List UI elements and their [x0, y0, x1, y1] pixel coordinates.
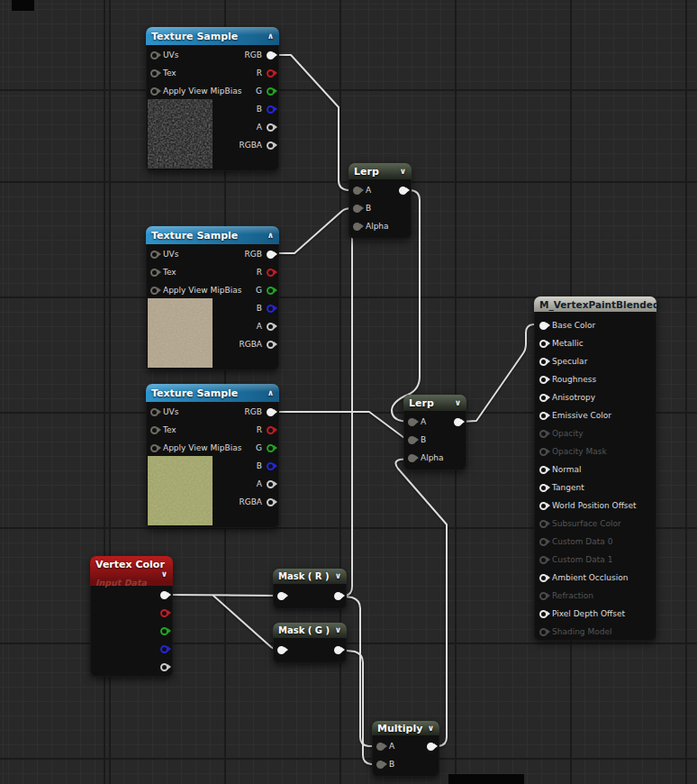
- output-pin[interactable]: [334, 592, 342, 600]
- material-pin-custom-data-0[interactable]: [539, 538, 548, 546]
- wire-vertexcolor-to-maskr[interactable]: [165, 595, 281, 596]
- input-pin-apply-view-mipbias[interactable]: [150, 287, 158, 295]
- material-pin-refraction[interactable]: [539, 592, 548, 600]
- output-pin-a[interactable]: [267, 323, 275, 331]
- chevron-down-icon[interactable]: ∨: [335, 626, 341, 634]
- wire-maskr-out-to-multiply-a[interactable]: [339, 596, 376, 746]
- mask-g-node[interactable]: Mask ( G ) ∨: [273, 623, 347, 663]
- material-graph-canvas[interactable]: { "app": {"title": "Unreal Engine Materi…: [0, 0, 697, 784]
- material-pin-base-color[interactable]: [539, 322, 548, 330]
- input-pin-b[interactable]: [376, 761, 385, 769]
- material-pin-roughness[interactable]: [539, 376, 548, 384]
- node-header[interactable]: Mask ( G ) ∨: [273, 623, 347, 638]
- output-pin-green[interactable]: [160, 627, 168, 635]
- wire-ts1-rgb-to-lerp1-a[interactable]: [277, 55, 352, 190]
- input-pin[interactable]: [277, 646, 285, 654]
- node-header[interactable]: Texture Sample ∧: [146, 27, 279, 45]
- chevron-down-icon[interactable]: ∨: [455, 399, 461, 407]
- input-pin-tex[interactable]: [150, 426, 158, 434]
- input-pin-uvs[interactable]: [150, 51, 158, 59]
- input-pin-tex[interactable]: [150, 69, 158, 77]
- output-pin-b[interactable]: [267, 462, 275, 470]
- node-header[interactable]: Mask ( R ) ∨: [273, 569, 347, 584]
- input-pin-b[interactable]: [408, 436, 416, 444]
- input-pin-tex[interactable]: [150, 269, 158, 277]
- output-pin-rgba[interactable]: [267, 498, 275, 506]
- wire-vertexcolor-to-maskg[interactable]: [213, 596, 281, 650]
- material-pin-anisotropy[interactable]: [539, 394, 548, 402]
- output-pin-r[interactable]: [267, 269, 275, 277]
- output-pin-rgb[interactable]: [267, 251, 275, 259]
- output-pin-red[interactable]: [160, 609, 168, 617]
- input-pin-a[interactable]: [408, 418, 416, 426]
- chevron-down-icon[interactable]: ∨: [428, 725, 434, 733]
- material-pin-world-position-offset[interactable]: [539, 502, 548, 510]
- output-pin-g[interactable]: [267, 444, 275, 452]
- output-pin-rgb[interactable]: [267, 51, 275, 59]
- material-result-node[interactable]: M_VertexPaintBlended Base ColorMetallicS…: [534, 296, 656, 641]
- input-pin-b[interactable]: [353, 205, 361, 213]
- chevron-down-icon[interactable]: ∨: [335, 572, 341, 580]
- wire-ts2-rgb-to-lerp1-b[interactable]: [277, 208, 352, 253]
- output-pin[interactable]: [399, 187, 407, 195]
- output-pin-rgba[interactable]: [267, 141, 275, 150]
- lerp-1-node[interactable]: Lerp ∨ ABAlpha: [348, 163, 412, 239]
- input-pin-uvs[interactable]: [150, 408, 158, 416]
- node-header[interactable]: Texture Sample ∧: [146, 384, 279, 402]
- output-pin[interactable]: [334, 646, 342, 654]
- texture-sample-2-node[interactable]: Texture Sample ∧ UVsTexApply View MipBia…: [146, 226, 279, 370]
- output-pin-rgb[interactable]: [267, 408, 275, 416]
- material-pin-emissive-color[interactable]: [539, 412, 548, 420]
- material-pin-custom-data-1[interactable]: [539, 556, 548, 564]
- output-pin[interactable]: [427, 743, 435, 751]
- output-pin-white[interactable]: [160, 591, 168, 599]
- chevron-up-icon[interactable]: ∧: [267, 389, 274, 397]
- input-pin-alpha[interactable]: [353, 223, 361, 231]
- material-pin-ambient-occlusion[interactable]: [539, 574, 548, 582]
- material-pin-subsurface-color[interactable]: [539, 520, 548, 528]
- output-pin-rgba[interactable]: [267, 341, 275, 349]
- output-pin[interactable]: [454, 418, 462, 426]
- material-pin-shading-model[interactable]: [539, 628, 548, 636]
- output-pin-r[interactable]: [267, 426, 275, 434]
- node-header[interactable]: M_VertexPaintBlended: [534, 296, 656, 312]
- material-pin-tangent[interactable]: [539, 484, 548, 492]
- output-pin-blue[interactable]: [160, 645, 168, 653]
- multiply-node[interactable]: Multiply ∨ AB: [372, 721, 439, 777]
- wire-multiply-out-to-lerp2-alpha[interactable]: [395, 459, 447, 746]
- wire-ts3-rgb-to-lerp2-b[interactable]: [277, 412, 409, 440]
- material-pin-opacity-mask[interactable]: [539, 448, 548, 456]
- node-header[interactable]: Lerp ∨: [348, 163, 412, 179]
- input-pin-apply-view-mipbias[interactable]: [150, 87, 158, 96]
- output-pin-g[interactable]: [267, 87, 275, 96]
- material-pin-metallic[interactable]: [539, 340, 548, 348]
- node-header[interactable]: Texture Sample ∧: [146, 226, 279, 244]
- node-header[interactable]: Lerp ∨: [403, 395, 466, 411]
- output-pin-r[interactable]: [267, 69, 275, 77]
- output-pin-a[interactable]: [267, 480, 275, 488]
- material-pin-pixel-depth-offset[interactable]: [539, 610, 548, 618]
- output-pin-b[interactable]: [267, 105, 275, 114]
- output-pin-a[interactable]: [267, 123, 275, 132]
- texture-sample-1-node[interactable]: Texture Sample ∧ UVsTexApply View MipBia…: [146, 27, 279, 171]
- input-pin-alpha[interactable]: [408, 454, 416, 462]
- input-pin-apply-view-mipbias[interactable]: [150, 444, 158, 452]
- chevron-down-icon[interactable]: ∨: [400, 168, 406, 176]
- material-pin-opacity[interactable]: [539, 430, 548, 438]
- vertex-color-node[interactable]: Vertex Color ∨ Input Data: [90, 556, 173, 677]
- output-pin-b[interactable]: [267, 305, 275, 313]
- chevron-up-icon[interactable]: ∧: [267, 232, 274, 240]
- input-pin[interactable]: [277, 592, 285, 600]
- output-pin-g[interactable]: [267, 287, 275, 295]
- node-header[interactable]: Multiply ∨: [372, 721, 439, 735]
- input-pin-a[interactable]: [353, 187, 361, 195]
- output-pin-grayRing[interactable]: [160, 663, 168, 671]
- texture-sample-3-node[interactable]: Texture Sample ∧ UVsTexApply View MipBia…: [146, 384, 279, 528]
- mask-r-node[interactable]: Mask ( R ) ∨: [273, 569, 347, 609]
- input-pin-uvs[interactable]: [150, 251, 158, 259]
- lerp-2-node[interactable]: Lerp ∨ ABAlpha: [403, 395, 466, 470]
- wire-lerp2-out-to-basecolor[interactable]: [460, 324, 539, 422]
- material-pin-specular[interactable]: [539, 358, 548, 366]
- material-pin-normal[interactable]: [539, 466, 548, 474]
- node-header[interactable]: Vertex Color ∨ Input Data: [90, 556, 173, 586]
